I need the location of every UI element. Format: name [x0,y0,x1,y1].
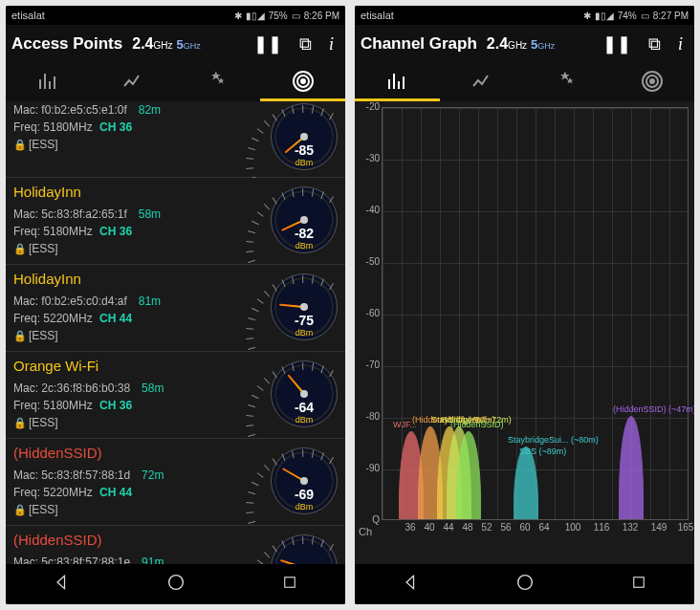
signal-icon: ▮▯◢ [595,11,614,21]
ap-distance: 58m [139,207,161,221]
ap-ssid: (HiddenSSID) [13,530,271,552]
band-5[interactable]: 5GHz [531,37,555,52]
y-tick: -60 [357,308,380,318]
access-point-row[interactable]: Mac: f0:b2:e5:c5:e1:0f82m Freq: 5180MHz … [6,101,345,178]
ap-distance: 72m [142,468,164,482]
gauge-value: -85 [272,142,337,158]
lock-icon: 🔒 [13,139,27,150]
back-button[interactable] [402,573,421,596]
signal-gauge: -64 dBm [271,360,339,429]
ap-mac: Mac: f0:b2:e5:c0:d4:af [13,294,127,308]
x-axis-label: Ch [359,526,372,537]
back-button[interactable] [53,573,72,596]
gauge-unit: dBm [272,158,337,167]
tab-rating[interactable] [525,63,610,101]
ap-ssid: HolidayInn [13,269,271,291]
view-tabs [355,63,694,101]
ap-channel: CH 44 [99,486,132,499]
gauge-value: -69 [272,487,337,502]
band-selector[interactable]: 2.4GHz 5GHz [487,35,555,53]
tab-ap-list[interactable] [260,63,345,101]
pause-button[interactable]: ❚❚ [597,33,637,54]
y-tick: -90 [357,463,380,473]
tab-time-graph[interactable] [91,63,176,101]
tab-time-graph[interactable] [440,63,525,101]
x-tick: 165 [678,522,694,533]
signal-gauge: -69 dBm [271,447,339,516]
ap-channel: CH 36 [99,225,132,238]
ap-info: (HiddenSSID) Mac: 5c:83:8f:57:88:1e91m F… [13,530,271,564]
svg-point-8 [518,576,533,590]
ap-channel: CH 36 [99,120,132,134]
gauge-unit: dBm [272,241,337,251]
peak-label: SBS (~89m) [519,447,566,456]
x-tick: 48 [462,522,472,533]
gauge-value: -64 [272,400,337,415]
access-point-row[interactable]: Orange Wi-Fi Mac: 2c:36:f8:b6:b0:3858m F… [6,352,345,439]
screen-title: Access Points [11,34,122,54]
access-point-list[interactable]: Mac: f0:b2:e5:c5:e1:0f82m Freq: 5180MHz … [6,101,345,564]
ap-freq: Freq: 5220MHz [13,486,93,499]
svg-rect-4 [285,577,295,588]
tab-rating[interactable] [176,63,261,101]
status-icons: ✱ ▮▯◢ 75% ▭ 8:26 PM [234,11,339,21]
info-button[interactable]: i [323,34,339,54]
ap-security: [ESS] [29,416,58,429]
signal-gauge: -82 dBm [271,186,339,255]
y-tick: -30 [357,153,380,163]
lock-icon: 🔒 [13,330,27,341]
access-point-row[interactable]: HolidayInn Mac: f0:b2:e5:c0:d4:af81m Fre… [6,265,345,352]
ap-mac: Mac: 2c:36:f8:b6:b0:38 [13,381,130,395]
bluetooth-icon: ✱ [234,11,242,21]
y-tick: -20 [357,101,380,112]
access-point-row[interactable]: (HiddenSSID) Mac: 5c:83:8f:57:88:1d72m F… [6,439,345,526]
export-button[interactable]: ⧉ [643,34,667,54]
tab-ap-list[interactable] [609,63,694,101]
x-axis: 3640444852566064100116132149165 [382,522,689,537]
battery-icon: ▭ [641,11,649,21]
ap-security: [ESS] [29,138,58,151]
pause-button[interactable]: ❚❚ [248,33,288,54]
x-tick: 44 [443,522,453,533]
ap-freq: Freq: 5180MHz [13,399,93,412]
recents-button[interactable] [630,574,647,595]
band-2p4[interactable]: 2.4GHz [132,35,172,53]
x-tick: 149 [651,522,667,533]
home-button[interactable] [165,572,186,597]
access-point-row[interactable]: HolidayInn Mac: 5c:83:8f:a2:65:1f58m Fre… [6,178,345,265]
band-selector[interactable]: 2.4GHz 5GHz [132,35,200,53]
recents-button[interactable] [281,574,298,595]
ap-channel: CH 44 [99,312,132,325]
info-button[interactable]: i [672,34,689,54]
x-tick: 40 [424,522,434,533]
android-navbar [355,564,694,604]
ap-mac: Mac: 5c:83:8f:57:88:1e [13,556,130,565]
y-tick: -50 [357,256,380,267]
ap-distance: 82m [139,103,161,117]
export-button[interactable]: ⧉ [294,34,317,54]
view-tabs [6,63,345,101]
ap-security: [ESS] [29,329,58,342]
tab-bar-chart[interactable] [6,63,91,101]
phone-channel-graph: etisalat ✱ ▮▯◢ 74% ▭ 8:27 PM Channel Gra… [355,6,694,604]
x-tick: 64 [538,522,549,533]
band-2p4[interactable]: 2.4GHz [487,35,527,53]
svg-rect-9 [634,577,645,588]
status-bar: etisalat ✱ ▮▯◢ 75% ▭ 8:26 PM [6,6,345,25]
home-button[interactable] [514,572,536,597]
signal-icon: ▮▯◢ [246,11,265,21]
clock: 8:27 PM [653,11,689,21]
gauge-unit: dBm [272,502,337,512]
ap-info: HolidayInn Mac: f0:b2:e5:c0:d4:af81m Fre… [13,269,271,347]
band-5[interactable]: 5GHz [176,37,200,52]
x-tick: 52 [481,522,492,533]
tab-bar-chart[interactable] [355,63,440,101]
ap-freq: Freq: 5180MHz [13,120,93,134]
ap-distance: 58m [142,381,164,395]
signal-gauge: -85 dBm [271,103,339,172]
ap-ssid: (HiddenSSID) [13,443,271,465]
channel-chart[interactable]: WJF...(HiddenSSID) (~57m)StaybridgeSui..… [355,101,694,564]
ap-ssid: Orange Wi-Fi [13,356,271,378]
access-point-row[interactable]: (HiddenSSID) Mac: 5c:83:8f:57:88:1e91m F… [6,526,345,564]
title-bar: Access Points 2.4GHz 5GHz ❚❚ ⧉ i [6,25,345,63]
